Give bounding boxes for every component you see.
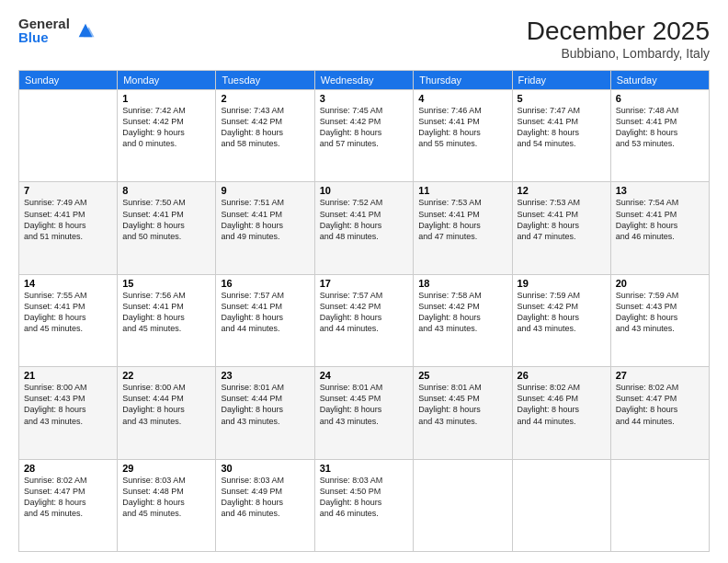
table-row: 24Sunrise: 8:01 AMSunset: 4:45 PMDayligh… [314, 367, 413, 459]
table-row: 7Sunrise: 7:49 AMSunset: 4:41 PMDaylight… [19, 182, 118, 274]
page: General Blue December 2025 Bubbiano, Lom… [0, 0, 728, 563]
day-info: Sunrise: 8:00 AMSunset: 4:44 PMDaylight:… [122, 382, 210, 427]
day-number: 18 [418, 278, 506, 289]
day-info: Sunrise: 7:55 AMSunset: 4:41 PMDaylight:… [24, 290, 112, 335]
day-number: 16 [221, 278, 309, 289]
day-number: 9 [221, 185, 309, 196]
day-info: Sunrise: 7:54 AMSunset: 4:41 PMDaylight:… [616, 197, 704, 242]
table-row: 22Sunrise: 8:00 AMSunset: 4:44 PMDayligh… [118, 367, 216, 459]
day-info: Sunrise: 8:03 AMSunset: 4:50 PMDaylight:… [320, 475, 408, 520]
table-row: 31Sunrise: 8:03 AMSunset: 4:50 PMDayligh… [314, 459, 413, 551]
day-number: 20 [616, 278, 704, 289]
day-number: 29 [122, 463, 210, 474]
day-number: 28 [24, 463, 112, 474]
table-row: 4Sunrise: 7:46 AMSunset: 4:41 PMDaylight… [414, 90, 512, 182]
day-info: Sunrise: 7:43 AMSunset: 4:42 PMDaylight:… [221, 105, 309, 150]
day-number: 27 [616, 370, 704, 381]
day-info: Sunrise: 7:53 AMSunset: 4:41 PMDaylight:… [518, 197, 606, 242]
table-row [19, 90, 118, 182]
calendar-table: Sunday Monday Tuesday Wednesday Thursday… [18, 70, 710, 552]
day-info: Sunrise: 8:01 AMSunset: 4:45 PMDaylight:… [418, 382, 506, 427]
day-info: Sunrise: 8:02 AMSunset: 4:46 PMDaylight:… [518, 382, 606, 427]
day-number: 1 [122, 93, 210, 104]
day-number: 10 [320, 185, 408, 196]
table-row: 28Sunrise: 8:02 AMSunset: 4:47 PMDayligh… [19, 459, 118, 551]
day-number: 3 [320, 93, 408, 104]
day-info: Sunrise: 7:56 AMSunset: 4:41 PMDaylight:… [122, 290, 210, 335]
logo-icon [75, 20, 96, 40]
day-number: 25 [418, 370, 506, 381]
table-row: 29Sunrise: 8:03 AMSunset: 4:48 PMDayligh… [118, 459, 216, 551]
day-info: Sunrise: 7:49 AMSunset: 4:41 PMDaylight:… [24, 197, 112, 242]
calendar-week-row: 14Sunrise: 7:55 AMSunset: 4:41 PMDayligh… [19, 274, 710, 366]
calendar-week-row: 1Sunrise: 7:42 AMSunset: 4:42 PMDaylight… [19, 90, 710, 182]
day-info: Sunrise: 7:46 AMSunset: 4:41 PMDaylight:… [418, 105, 506, 150]
calendar-week-row: 28Sunrise: 8:02 AMSunset: 4:47 PMDayligh… [19, 459, 710, 551]
day-info: Sunrise: 7:50 AMSunset: 4:41 PMDaylight:… [122, 197, 210, 242]
day-info: Sunrise: 8:01 AMSunset: 4:44 PMDaylight:… [221, 382, 309, 427]
day-number: 4 [418, 93, 506, 104]
day-number: 31 [320, 463, 408, 474]
table-row: 26Sunrise: 8:02 AMSunset: 4:46 PMDayligh… [512, 367, 610, 459]
logo-general: General [18, 17, 70, 30]
day-info: Sunrise: 7:42 AMSunset: 4:42 PMDaylight:… [122, 105, 210, 150]
day-number: 12 [518, 185, 606, 196]
table-row: 25Sunrise: 8:01 AMSunset: 4:45 PMDayligh… [414, 367, 512, 459]
calendar-week-row: 7Sunrise: 7:49 AMSunset: 4:41 PMDaylight… [19, 182, 710, 274]
table-row: 14Sunrise: 7:55 AMSunset: 4:41 PMDayligh… [19, 274, 118, 366]
col-wednesday: Wednesday [314, 71, 413, 90]
col-monday: Monday [118, 71, 216, 90]
day-number: 21 [24, 370, 112, 381]
day-info: Sunrise: 7:45 AMSunset: 4:42 PMDaylight:… [320, 105, 408, 150]
day-info: Sunrise: 8:03 AMSunset: 4:48 PMDaylight:… [122, 475, 210, 520]
day-number: 11 [418, 185, 506, 196]
table-row [610, 459, 709, 551]
day-info: Sunrise: 7:52 AMSunset: 4:41 PMDaylight:… [320, 197, 408, 242]
table-row: 23Sunrise: 8:01 AMSunset: 4:44 PMDayligh… [216, 367, 314, 459]
day-number: 2 [221, 93, 309, 104]
table-row: 6Sunrise: 7:48 AMSunset: 4:41 PMDaylight… [610, 90, 709, 182]
day-number: 8 [122, 185, 210, 196]
day-info: Sunrise: 8:02 AMSunset: 4:47 PMDaylight:… [24, 475, 112, 520]
table-row: 2Sunrise: 7:43 AMSunset: 4:42 PMDaylight… [216, 90, 314, 182]
table-row: 19Sunrise: 7:59 AMSunset: 4:42 PMDayligh… [512, 274, 610, 366]
day-info: Sunrise: 7:59 AMSunset: 4:43 PMDaylight:… [616, 290, 704, 335]
day-info: Sunrise: 7:51 AMSunset: 4:41 PMDaylight:… [221, 197, 309, 242]
table-row: 27Sunrise: 8:02 AMSunset: 4:47 PMDayligh… [610, 367, 709, 459]
table-row: 17Sunrise: 7:57 AMSunset: 4:42 PMDayligh… [314, 274, 413, 366]
day-info: Sunrise: 7:59 AMSunset: 4:42 PMDaylight:… [518, 290, 606, 335]
day-number: 19 [518, 278, 606, 289]
logo-text: General Blue [18, 17, 70, 44]
day-number: 15 [122, 278, 210, 289]
table-row: 18Sunrise: 7:58 AMSunset: 4:42 PMDayligh… [414, 274, 512, 366]
table-row: 3Sunrise: 7:45 AMSunset: 4:42 PMDaylight… [314, 90, 413, 182]
col-friday: Friday [512, 71, 610, 90]
day-number: 13 [616, 185, 704, 196]
day-number: 30 [221, 463, 309, 474]
day-number: 7 [24, 185, 112, 196]
day-number: 17 [320, 278, 408, 289]
calendar-week-row: 21Sunrise: 8:00 AMSunset: 4:43 PMDayligh… [19, 367, 710, 459]
calendar-header-row: Sunday Monday Tuesday Wednesday Thursday… [19, 71, 710, 90]
logo-blue: Blue [18, 30, 70, 44]
col-sunday: Sunday [19, 71, 118, 90]
day-info: Sunrise: 7:47 AMSunset: 4:41 PMDaylight:… [518, 105, 606, 150]
col-tuesday: Tuesday [216, 71, 314, 90]
table-row: 16Sunrise: 7:57 AMSunset: 4:41 PMDayligh… [216, 274, 314, 366]
day-number: 5 [518, 93, 606, 104]
table-row: 13Sunrise: 7:54 AMSunset: 4:41 PMDayligh… [610, 182, 709, 274]
table-row: 12Sunrise: 7:53 AMSunset: 4:41 PMDayligh… [512, 182, 610, 274]
day-info: Sunrise: 7:58 AMSunset: 4:42 PMDaylight:… [418, 290, 506, 335]
day-number: 24 [320, 370, 408, 381]
day-number: 14 [24, 278, 112, 289]
day-info: Sunrise: 8:03 AMSunset: 4:49 PMDaylight:… [221, 475, 309, 520]
day-info: Sunrise: 7:48 AMSunset: 4:41 PMDaylight:… [616, 105, 704, 150]
table-row: 20Sunrise: 7:59 AMSunset: 4:43 PMDayligh… [610, 274, 709, 366]
day-info: Sunrise: 8:00 AMSunset: 4:43 PMDaylight:… [24, 382, 112, 427]
day-info: Sunrise: 7:57 AMSunset: 4:41 PMDaylight:… [221, 290, 309, 335]
table-row: 15Sunrise: 7:56 AMSunset: 4:41 PMDayligh… [118, 274, 216, 366]
table-row [414, 459, 512, 551]
table-row: 11Sunrise: 7:53 AMSunset: 4:41 PMDayligh… [414, 182, 512, 274]
title-block: December 2025 Bubbiano, Lombardy, Italy [527, 17, 710, 61]
table-row: 10Sunrise: 7:52 AMSunset: 4:41 PMDayligh… [314, 182, 413, 274]
